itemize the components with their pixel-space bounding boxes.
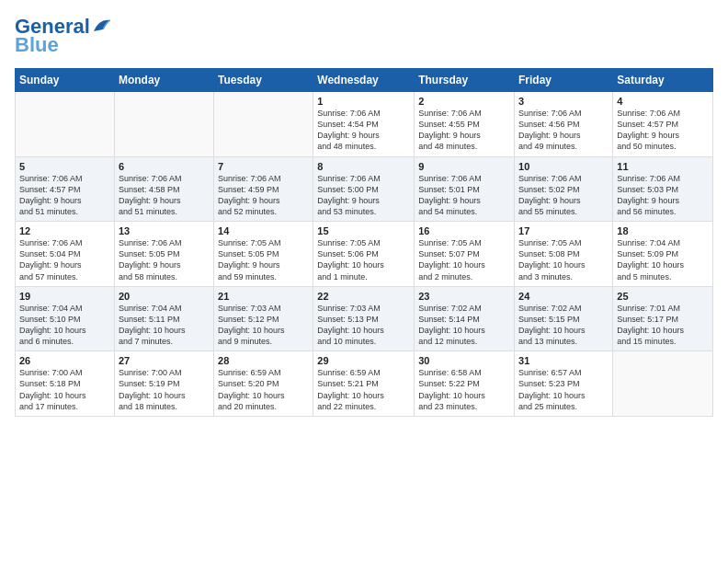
calendar-day-cell: 14Sunrise: 7:05 AM Sunset: 5:05 PM Dayli… (214, 222, 313, 287)
header: General Blue (15, 15, 713, 57)
calendar-day-cell: 20Sunrise: 7:04 AM Sunset: 5:11 PM Dayli… (114, 286, 213, 351)
calendar-day-cell: 25Sunrise: 7:01 AM Sunset: 5:17 PM Dayli… (613, 286, 713, 351)
calendar-day-cell: 13Sunrise: 7:06 AM Sunset: 5:05 PM Dayli… (114, 222, 213, 287)
calendar-day-cell: 18Sunrise: 7:04 AM Sunset: 5:09 PM Dayli… (613, 222, 713, 287)
day-number: 3 (518, 96, 609, 107)
day-number: 29 (317, 355, 410, 366)
day-info: Sunrise: 7:06 AM Sunset: 4:56 PM Dayligh… (518, 108, 609, 153)
day-info: Sunrise: 7:05 AM Sunset: 5:08 PM Dayligh… (518, 237, 609, 282)
calendar-day-cell: 28Sunrise: 6:59 AM Sunset: 5:20 PM Dayli… (214, 351, 313, 417)
calendar-day-cell: 23Sunrise: 7:02 AM Sunset: 5:14 PM Dayli… (415, 286, 515, 351)
day-info: Sunrise: 7:04 AM Sunset: 5:11 PM Dayligh… (119, 303, 210, 348)
calendar-day-cell: 8Sunrise: 7:06 AM Sunset: 5:00 PM Daylig… (313, 156, 415, 222)
day-info: Sunrise: 7:06 AM Sunset: 5:04 PM Dayligh… (19, 237, 110, 282)
day-number: 26 (19, 355, 110, 366)
weekday-header-friday: Friday (515, 69, 613, 92)
day-number: 31 (518, 355, 609, 366)
logo-blue: Blue (15, 33, 59, 57)
day-info: Sunrise: 7:06 AM Sunset: 4:59 PM Dayligh… (218, 173, 309, 218)
calendar-day-cell: 12Sunrise: 7:06 AM Sunset: 5:04 PM Dayli… (16, 222, 115, 287)
logo-bird-icon (92, 17, 112, 33)
calendar-day-cell: 7Sunrise: 7:06 AM Sunset: 4:59 PM Daylig… (214, 156, 313, 222)
day-number: 2 (418, 96, 510, 107)
calendar-week-row: 1Sunrise: 7:06 AM Sunset: 4:54 PM Daylig… (16, 92, 713, 157)
weekday-header-saturday: Saturday (613, 69, 713, 92)
day-number: 10 (518, 161, 609, 172)
calendar-day-cell: 6Sunrise: 7:06 AM Sunset: 4:58 PM Daylig… (114, 156, 213, 222)
day-info: Sunrise: 7:06 AM Sunset: 4:55 PM Dayligh… (418, 108, 510, 153)
day-number: 25 (617, 291, 709, 302)
calendar-week-row: 5Sunrise: 7:06 AM Sunset: 4:57 PM Daylig… (16, 156, 713, 222)
day-number: 30 (418, 355, 510, 366)
calendar-day-cell: 24Sunrise: 7:02 AM Sunset: 5:15 PM Dayli… (515, 286, 613, 351)
day-number: 1 (317, 96, 410, 107)
calendar-day-cell: 19Sunrise: 7:04 AM Sunset: 5:10 PM Dayli… (16, 286, 115, 351)
day-info: Sunrise: 7:05 AM Sunset: 5:07 PM Dayligh… (418, 237, 510, 282)
logo: General Blue (15, 15, 112, 57)
calendar-week-row: 12Sunrise: 7:06 AM Sunset: 5:04 PM Dayli… (16, 222, 713, 287)
day-number: 12 (19, 225, 110, 236)
calendar-day-cell: 26Sunrise: 7:00 AM Sunset: 5:18 PM Dayli… (16, 351, 115, 417)
day-info: Sunrise: 7:02 AM Sunset: 5:14 PM Dayligh… (418, 303, 510, 348)
day-number: 11 (617, 161, 709, 172)
calendar-day-cell: 29Sunrise: 6:59 AM Sunset: 5:21 PM Dayli… (313, 351, 415, 417)
day-number: 19 (19, 291, 110, 302)
day-info: Sunrise: 7:06 AM Sunset: 4:57 PM Dayligh… (617, 108, 709, 153)
calendar-day-cell: 2Sunrise: 7:06 AM Sunset: 4:55 PM Daylig… (415, 92, 515, 157)
day-number: 4 (617, 96, 709, 107)
calendar-day-cell (613, 351, 713, 417)
day-number: 23 (418, 291, 510, 302)
day-info: Sunrise: 6:58 AM Sunset: 5:22 PM Dayligh… (418, 367, 510, 412)
day-number: 22 (317, 291, 410, 302)
calendar-day-cell: 31Sunrise: 6:57 AM Sunset: 5:23 PM Dayli… (515, 351, 613, 417)
calendar-day-cell: 3Sunrise: 7:06 AM Sunset: 4:56 PM Daylig… (515, 92, 613, 157)
day-number: 17 (518, 225, 609, 236)
calendar-day-cell (16, 92, 115, 157)
day-info: Sunrise: 7:06 AM Sunset: 4:58 PM Dayligh… (119, 173, 210, 218)
day-number: 6 (119, 161, 210, 172)
day-number: 7 (218, 161, 309, 172)
day-info: Sunrise: 7:04 AM Sunset: 5:10 PM Dayligh… (19, 303, 110, 348)
day-number: 13 (119, 225, 210, 236)
day-info: Sunrise: 7:06 AM Sunset: 5:01 PM Dayligh… (418, 173, 510, 218)
day-info: Sunrise: 7:02 AM Sunset: 5:15 PM Dayligh… (518, 303, 609, 348)
day-number: 20 (119, 291, 210, 302)
day-info: Sunrise: 7:04 AM Sunset: 5:09 PM Dayligh… (617, 237, 709, 282)
weekday-header-thursday: Thursday (415, 69, 515, 92)
page: General Blue SundayMondayTuesdayWednesda… (0, 0, 728, 563)
weekday-header-wednesday: Wednesday (313, 69, 415, 92)
calendar-week-row: 19Sunrise: 7:04 AM Sunset: 5:10 PM Dayli… (16, 286, 713, 351)
day-number: 24 (518, 291, 609, 302)
day-number: 14 (218, 225, 309, 236)
weekday-header-monday: Monday (114, 69, 213, 92)
day-info: Sunrise: 6:59 AM Sunset: 5:20 PM Dayligh… (218, 367, 309, 412)
calendar-day-cell: 16Sunrise: 7:05 AM Sunset: 5:07 PM Dayli… (415, 222, 515, 287)
day-info: Sunrise: 7:06 AM Sunset: 5:02 PM Dayligh… (518, 173, 609, 218)
day-info: Sunrise: 7:06 AM Sunset: 5:05 PM Dayligh… (119, 237, 210, 282)
day-info: Sunrise: 7:06 AM Sunset: 5:00 PM Dayligh… (317, 173, 410, 218)
day-info: Sunrise: 7:06 AM Sunset: 4:54 PM Dayligh… (317, 108, 410, 153)
day-info: Sunrise: 7:06 AM Sunset: 5:03 PM Dayligh… (617, 173, 709, 218)
day-info: Sunrise: 7:01 AM Sunset: 5:17 PM Dayligh… (617, 303, 709, 348)
calendar-table: SundayMondayTuesdayWednesdayThursdayFrid… (15, 68, 713, 417)
calendar-day-cell: 15Sunrise: 7:05 AM Sunset: 5:06 PM Dayli… (313, 222, 415, 287)
day-number: 28 (218, 355, 309, 366)
day-info: Sunrise: 6:59 AM Sunset: 5:21 PM Dayligh… (317, 367, 410, 412)
calendar-header-row: SundayMondayTuesdayWednesdayThursdayFrid… (16, 69, 713, 92)
calendar-day-cell: 21Sunrise: 7:03 AM Sunset: 5:12 PM Dayli… (214, 286, 313, 351)
weekday-header-sunday: Sunday (16, 69, 115, 92)
calendar-day-cell: 10Sunrise: 7:06 AM Sunset: 5:02 PM Dayli… (515, 156, 613, 222)
calendar-day-cell: 22Sunrise: 7:03 AM Sunset: 5:13 PM Dayli… (313, 286, 415, 351)
weekday-header-tuesday: Tuesday (214, 69, 313, 92)
day-info: Sunrise: 6:57 AM Sunset: 5:23 PM Dayligh… (518, 367, 609, 412)
day-number: 15 (317, 225, 410, 236)
day-info: Sunrise: 7:03 AM Sunset: 5:12 PM Dayligh… (218, 303, 309, 348)
calendar-day-cell (114, 92, 213, 157)
day-info: Sunrise: 7:00 AM Sunset: 5:19 PM Dayligh… (119, 367, 210, 412)
day-info: Sunrise: 7:00 AM Sunset: 5:18 PM Dayligh… (19, 367, 110, 412)
calendar-day-cell: 11Sunrise: 7:06 AM Sunset: 5:03 PM Dayli… (613, 156, 713, 222)
day-info: Sunrise: 7:05 AM Sunset: 5:06 PM Dayligh… (317, 237, 410, 282)
day-number: 9 (418, 161, 510, 172)
day-number: 18 (617, 225, 709, 236)
calendar-day-cell: 1Sunrise: 7:06 AM Sunset: 4:54 PM Daylig… (313, 92, 415, 157)
